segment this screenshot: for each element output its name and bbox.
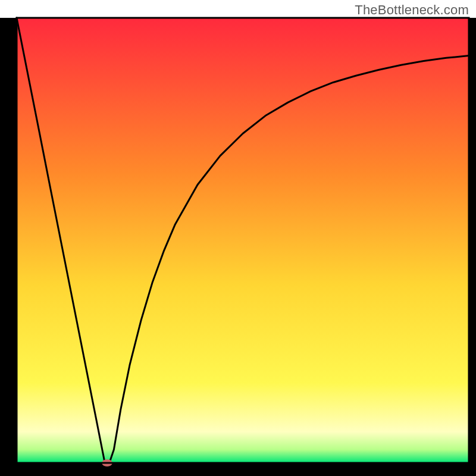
plot-background [17,18,469,463]
chart-container: TheBottleneck.com [0,0,476,476]
bottleneck-chart [0,0,476,476]
watermark-text: TheBottleneck.com [355,2,469,18]
